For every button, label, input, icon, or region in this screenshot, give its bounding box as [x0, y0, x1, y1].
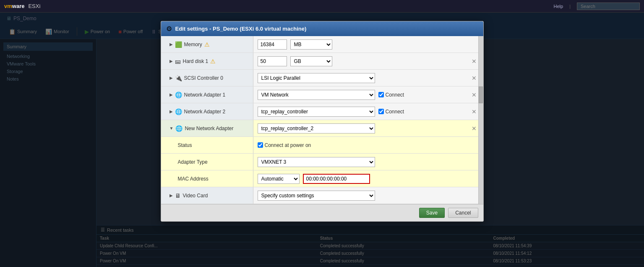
- scsi-remove-button[interactable]: ✕: [469, 74, 479, 82]
- harddisk-content: GB TB ✕: [253, 54, 483, 69]
- mac-value-input[interactable]: [303, 174, 370, 184]
- network2-remove-button[interactable]: ✕: [469, 107, 479, 116]
- save-button[interactable]: Save: [419, 208, 445, 218]
- scsi-label: ▶ 🔌 SCSI Controller 0: [161, 70, 253, 86]
- mac-address-label: MAC Address: [161, 170, 253, 187]
- new-network-row: ▼ 🌐 New Network Adapter tcp_replay_contr…: [161, 120, 483, 137]
- memory-value-input[interactable]: [258, 39, 287, 50]
- modal-body[interactable]: ▶ 🟩 Memory ⚠ MB GB: [161, 36, 483, 204]
- mac-mode-select[interactable]: Automatic Manual: [258, 174, 300, 184]
- video-card-select[interactable]: Specify custom settings Auto-detect sett…: [258, 191, 375, 201]
- network2-select[interactable]: tcp_replay_controller VM Network: [258, 107, 375, 117]
- cancel-button[interactable]: Cancel: [448, 208, 478, 218]
- network2-label: ▶ 🌐 Network Adapter 2: [161, 103, 253, 120]
- status-label: Status: [161, 137, 253, 153]
- network1-label: ▶ 🌐 Network Adapter 1: [161, 86, 253, 103]
- harddisk-expand[interactable]: ▶: [169, 59, 173, 63]
- network1-row: ▶ 🌐 Network Adapter 1 VM Network tcp_rep…: [161, 86, 483, 103]
- vmware-header: vmware ESXi Help |: [0, 0, 644, 13]
- memory-label: ▶ 🟩 Memory ⚠: [161, 36, 253, 52]
- video-card-row: ▶ 🖥 Video Card Specify custom settings A…: [161, 187, 483, 204]
- new-network-select[interactable]: tcp_replay_controller_2 VM Network: [258, 123, 375, 134]
- network1-expand[interactable]: ▶: [169, 92, 173, 97]
- network2-row: ▶ 🌐 Network Adapter 2 tcp_replay_control…: [161, 103, 483, 120]
- memory-row: ▶ 🟩 Memory ⚠ MB GB: [161, 36, 483, 53]
- adapter-type-row: Adapter Type VMXNET 3 E1000: [161, 154, 483, 170]
- edit-settings-modal: ⚙ Edit settings - PS_Demo (ESXi 6.0 virt…: [161, 21, 484, 222]
- scsi-icon: 🔌: [175, 75, 182, 81]
- modal-title: Edit settings - PS_Demo (ESXi 6.0 virtua…: [175, 26, 307, 32]
- memory-icon: 🟩: [175, 41, 182, 48]
- adapter-type-select[interactable]: VMXNET 3 E1000: [258, 157, 375, 167]
- memory-content: MB GB: [253, 37, 483, 52]
- new-network-expand[interactable]: ▼: [169, 126, 174, 131]
- new-network-icon: 🌐: [175, 125, 183, 132]
- search-input[interactable]: [577, 3, 640, 10]
- video-card-label: ▶ 🖥 Video Card: [161, 187, 253, 204]
- adapter-type-label: Adapter Type: [161, 154, 253, 170]
- harddisk-unit-select[interactable]: GB TB: [290, 56, 332, 66]
- new-network-remove-button[interactable]: ✕: [469, 124, 479, 133]
- network2-connect-label: Connect: [378, 109, 404, 115]
- modal-overlay: ⚙ Edit settings - PS_Demo (ESXi 6.0 virt…: [0, 13, 644, 267]
- memory-expand[interactable]: ▶: [169, 42, 173, 47]
- scrollbar-thumb[interactable]: [479, 86, 483, 103]
- network1-content: VM Network tcp_replay_controller Connect…: [253, 87, 483, 102]
- harddisk-icon: 🖴: [175, 58, 181, 65]
- status-connect-label: Connect at power on: [258, 142, 311, 148]
- network1-connect-checkbox[interactable]: [378, 92, 384, 97]
- video-card-content: Specify custom settings Auto-detect sett…: [253, 188, 483, 203]
- main-area: 🖥 PS_Demo 📋 Summary 📊 Monitor ▶ Power on…: [0, 13, 644, 267]
- network1-select[interactable]: VM Network tcp_replay_controller: [258, 90, 375, 100]
- status-content: Connect at power on: [253, 140, 483, 151]
- esxi-label: ESXi: [28, 3, 40, 9]
- mac-address-content: Automatic Manual: [253, 171, 483, 186]
- adapter-type-content: VMXNET 3 E1000: [253, 154, 483, 170]
- video-card-icon: 🖥: [175, 192, 181, 199]
- network1-icon: 🌐: [175, 92, 182, 98]
- network2-connect-checkbox[interactable]: [378, 109, 384, 114]
- network1-remove-button[interactable]: ✕: [469, 91, 479, 99]
- new-network-label: ▼ 🌐 New Network Adapter: [161, 120, 253, 136]
- network1-connect-label: Connect: [378, 92, 404, 98]
- network2-icon: 🌐: [175, 108, 182, 115]
- harddisk-label: ▶ 🖴 Hard disk 1 ⚠: [161, 53, 253, 69]
- scrollbar-track[interactable]: [478, 36, 483, 204]
- harddisk-remove-button[interactable]: ✕: [469, 57, 479, 65]
- status-row: Status Connect at power on: [161, 137, 483, 154]
- header-right: Help |: [554, 3, 640, 10]
- scsi-row: ▶ 🔌 SCSI Controller 0 LSI Logic Parallel…: [161, 70, 483, 86]
- help-link[interactable]: Help: [554, 4, 563, 9]
- harddisk-row: ▶ 🖴 Hard disk 1 ⚠ GB TB ✕: [161, 53, 483, 70]
- memory-unit-select[interactable]: MB GB: [290, 39, 332, 50]
- network2-expand[interactable]: ▶: [169, 109, 173, 114]
- harddisk-warning: ⚠: [210, 58, 216, 65]
- network2-content: tcp_replay_controller VM Network Connect…: [253, 104, 483, 119]
- memory-warning: ⚠: [204, 41, 210, 48]
- scsi-content: LSI Logic Parallel LSI Logic SAS ✕: [253, 71, 483, 86]
- modal-title-icon: ⚙: [166, 25, 172, 33]
- harddisk-value-input[interactable]: [258, 56, 287, 66]
- status-connect-checkbox[interactable]: [258, 142, 263, 148]
- vmware-logo: vmware: [4, 3, 24, 9]
- modal-title-bar: ⚙ Edit settings - PS_Demo (ESXi 6.0 virt…: [161, 21, 483, 36]
- mac-address-row: MAC Address Automatic Manual: [161, 170, 483, 187]
- modal-footer: Save Cancel: [161, 204, 483, 221]
- new-network-content: tcp_replay_controller_2 VM Network ✕: [253, 121, 483, 136]
- scsi-expand[interactable]: ▶: [169, 76, 173, 80]
- video-card-expand[interactable]: ▶: [169, 193, 173, 198]
- scsi-type-select[interactable]: LSI Logic Parallel LSI Logic SAS: [258, 73, 375, 83]
